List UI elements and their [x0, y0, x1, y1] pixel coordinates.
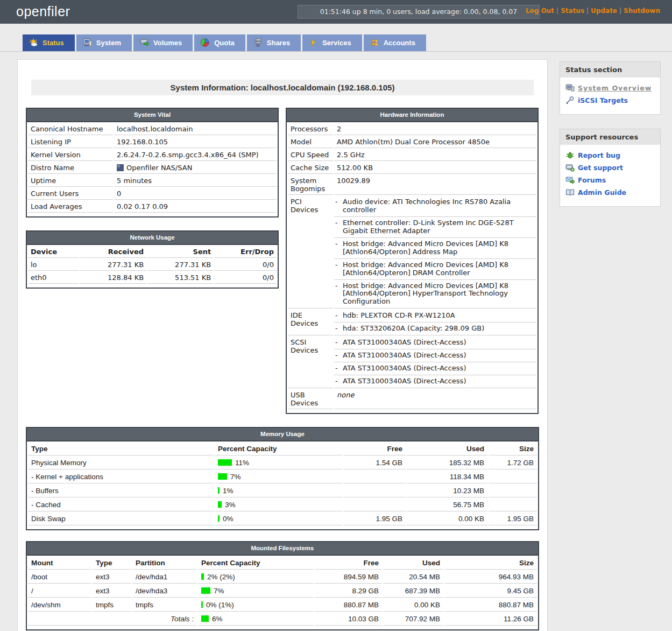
- support-icon: [565, 164, 575, 172]
- status-icon: [29, 36, 38, 45]
- header-link-status[interactable]: Status: [561, 7, 584, 15]
- device-dash: -: [335, 240, 343, 256]
- tab-label: Accounts: [384, 39, 415, 47]
- vital-label: Listening IP: [28, 136, 113, 148]
- tab-services[interactable]: Services: [302, 34, 362, 51]
- iscsi-icon: [565, 96, 575, 104]
- services-icon: [309, 36, 318, 45]
- hardware-label: Model: [288, 136, 333, 148]
- header-link-separator: |: [556, 7, 558, 15]
- memory-size: 1.72 GB: [489, 457, 537, 469]
- network-row: eth0128.84 KB513.51 KB0/0: [28, 272, 277, 284]
- hardware-value: -ATA ST31000340AS (Direct-Access)-ATA ST…: [334, 336, 536, 388]
- mounted-filesystems-table: Mounted Filesystems MountTypePartitionPe…: [26, 541, 539, 630]
- filesystem-percent: 0% (1%): [198, 599, 314, 612]
- hardware-value: 2: [334, 123, 536, 135]
- hardware-label: PCI Devices: [288, 196, 333, 309]
- sidebar-section-title: Status section: [560, 62, 660, 78]
- tab-shares[interactable]: Shares: [247, 34, 301, 51]
- hardware-label: CPU Speed: [288, 149, 333, 161]
- filesystem-totals-row: Totals :6%10.03 GB707.92 MB11.26 GB: [28, 613, 537, 626]
- device-dash: -: [335, 282, 343, 306]
- hardware-row: Processors2: [288, 123, 536, 135]
- hardware-value: -Audio device: ATI Technologies Inc RS78…: [334, 196, 536, 309]
- vital-row: Kernel Version2.6.24.7-0.2.6.smp.gcc3.4.…: [28, 149, 277, 161]
- hardware-value: 512.00 KB: [334, 162, 536, 174]
- vital-row: Distro NameOpenfiler NAS/SAN: [28, 162, 277, 174]
- device-item: -Audio device: ATI Technologies Inc RS78…: [334, 196, 536, 217]
- hardware-label: IDE Devices: [288, 310, 333, 335]
- hardware-value: 2.5 GHz: [334, 149, 536, 161]
- sidebar-link[interactable]: iSCSI Targets: [578, 96, 628, 104]
- sidebar-link[interactable]: Report bug: [578, 151, 620, 159]
- filesystem-partition: tmpfs: [132, 599, 197, 612]
- sidebar-link[interactable]: Get support: [578, 164, 623, 172]
- tab-quota[interactable]: Quota: [194, 34, 245, 51]
- header-link-shutdown[interactable]: Shutdown: [624, 7, 660, 15]
- filesystem-size: 964.93 MB: [444, 571, 537, 584]
- hardware-label: Cache Size: [288, 162, 333, 174]
- header-link-update[interactable]: Update: [591, 7, 617, 15]
- device-dash: -: [335, 198, 343, 214]
- network-header-row: DeviceReceivedSentErr/Drop: [28, 246, 277, 258]
- memory-type: - Cached: [28, 499, 214, 511]
- tab-system[interactable]: System: [76, 34, 132, 51]
- memory-col-header: Free: [344, 443, 406, 455]
- tab-accounts[interactable]: Accounts: [364, 34, 426, 51]
- device-dash: -: [335, 364, 343, 373]
- sidebar-item-system-overview[interactable]: System Overview: [560, 82, 660, 94]
- hardware-row: IDE Devices-hdb: PLEXTOR CD-R PX-W1210A-…: [288, 310, 536, 335]
- memory-used: 118.34 MB: [407, 471, 487, 483]
- device-dash: -: [335, 339, 343, 347]
- network-col-header: Sent: [147, 246, 214, 258]
- sidebar-item-forums[interactable]: Forums: [560, 174, 660, 186]
- sidebar-item-get-support[interactable]: Get support: [560, 162, 660, 174]
- network-errdrop: 0/0: [215, 272, 277, 284]
- filesystem-totals-percent: 6%: [198, 613, 314, 626]
- tab-label: Volumes: [153, 39, 182, 47]
- hardware-row: ModelAMD Athlon(tm) Dual Core Processor …: [288, 136, 536, 148]
- vital-label: Canonical Hostname: [28, 123, 113, 135]
- device-text: ATA ST31000340AS (Direct-Access): [343, 352, 466, 360]
- device-text: Host bridge: Advanced Micro Devices [AMD…: [343, 261, 536, 277]
- memory-type: - Kernel + applications: [28, 471, 214, 483]
- memory-type: Physical Memory: [28, 457, 214, 469]
- volumes-icon: [140, 36, 149, 45]
- tab-status[interactable]: Status: [23, 34, 75, 51]
- right-sidebar: Status sectionSystem OverviewiSCSI Targe…: [560, 61, 661, 221]
- hardware-row: PCI Devices-Audio device: ATI Technologi…: [288, 196, 536, 309]
- sidebar-link[interactable]: Admin Guide: [578, 188, 626, 197]
- quota-icon: [201, 36, 210, 45]
- memory-used: 56.75 MB: [407, 499, 487, 511]
- main-content-panel: System Information: localhost.localdomai…: [17, 59, 548, 631]
- device-item: -ATA ST31000340AS (Direct-Access): [334, 336, 536, 349]
- tab-label: System: [96, 39, 121, 47]
- filesystem-used: 20.54 MB: [383, 571, 443, 584]
- sidebar-item-report-bug[interactable]: Report bug: [560, 149, 660, 162]
- device-text: ATA ST31000340AS (Direct-Access): [343, 377, 466, 385]
- device-dash: -: [335, 312, 343, 320]
- capacity-bar: [201, 601, 203, 608]
- device-dash: -: [335, 377, 343, 385]
- filesystem-totals-used: 707.92 MB: [383, 613, 443, 626]
- sidebar-item-iscsi-targets[interactable]: iSCSI Targets: [560, 94, 660, 107]
- memory-type: - Buffers: [28, 485, 214, 497]
- sidebar-link[interactable]: System Overview: [578, 84, 652, 92]
- filesystem-type: ext3: [93, 585, 131, 598]
- hardware-value: AMD Athlon(tm) Dual Core Processor 4850e: [334, 136, 536, 148]
- network-received: 277.31 KB: [80, 259, 146, 271]
- device-item: -Host bridge: Advanced Micro Devices [AM…: [334, 238, 536, 259]
- filesystem-partition: /dev/hda3: [132, 585, 197, 598]
- sidebar-item-admin-guide[interactable]: Admin Guide: [560, 186, 660, 199]
- tab-volumes[interactable]: Volumes: [133, 34, 193, 51]
- header-link-log-out[interactable]: Log Out: [526, 7, 554, 15]
- sidebar-link[interactable]: Forums: [578, 176, 606, 184]
- network-device: eth0: [28, 272, 79, 284]
- sidebar-section-title: Support resources: [560, 129, 660, 145]
- memory-col-header: Percent Capacity: [215, 443, 343, 455]
- filesystem-row: /bootext3/dev/hda12% (2%)894.59 MB20.54 …: [28, 571, 537, 584]
- device-dash: -: [335, 219, 343, 235]
- memory-free: 1.95 GB: [344, 513, 406, 525]
- capacity-bar: [218, 501, 222, 508]
- vital-value: 0: [114, 188, 277, 200]
